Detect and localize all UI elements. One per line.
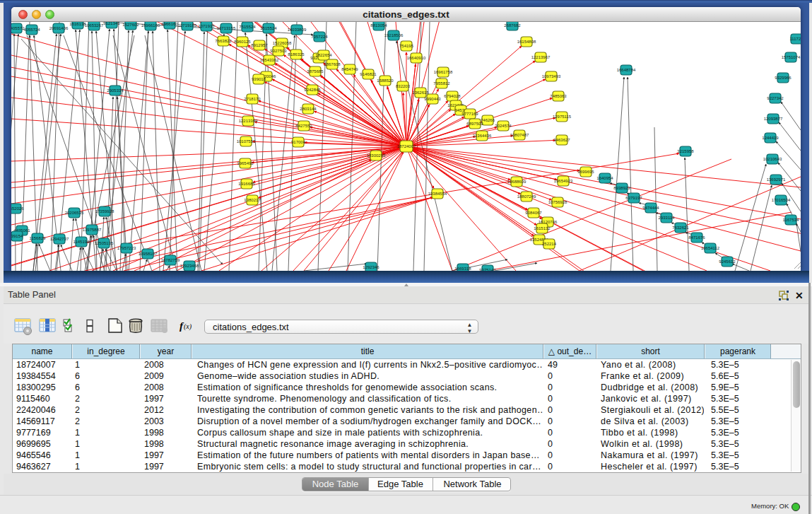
svg-text:19218506: 19218506	[384, 33, 404, 37]
svg-text:6794028: 6794028	[444, 94, 461, 98]
svg-text:7515524: 7515524	[239, 25, 256, 29]
svg-text:10210643: 10210643	[763, 157, 782, 161]
svg-text:19384554: 19384554	[428, 192, 447, 196]
svg-text:252214: 252214	[542, 242, 557, 246]
svg-text:39154: 39154	[11, 234, 23, 238]
svg-text:9463627: 9463627	[553, 138, 570, 142]
svg-text:2687682: 2687682	[504, 23, 521, 28]
svg-text:2803144: 2803144	[300, 107, 317, 111]
svg-text:1292346: 1292346	[363, 265, 379, 269]
svg-text:8938923: 8938923	[613, 186, 630, 190]
svg-text:9146821: 9146821	[360, 72, 377, 76]
svg-text:1515524: 1515524	[260, 26, 277, 30]
svg-text:9990443: 9990443	[424, 97, 441, 101]
svg-text:17016504: 17016504	[772, 198, 791, 202]
svg-text:12975115: 12975115	[553, 115, 572, 119]
svg-text:3024574: 3024574	[495, 124, 512, 128]
svg-text:12923468: 12923468	[180, 264, 199, 268]
svg-text:16966160: 16966160	[141, 23, 160, 28]
svg-text:6379197: 6379197	[625, 196, 642, 200]
svg-text:10973493: 10973493	[542, 74, 561, 78]
svg-text:939018: 939018	[252, 77, 266, 81]
svg-text:9084067: 9084067	[525, 211, 542, 215]
svg-text:4055724: 4055724	[23, 28, 40, 32]
svg-text:10688609: 10688609	[507, 180, 526, 184]
svg-text:20206535: 20206535	[65, 211, 84, 215]
svg-text:7663822: 7663822	[215, 39, 232, 43]
svg-text:12942737: 12942737	[50, 237, 69, 241]
svg-text:1362615: 1362615	[412, 90, 429, 95]
svg-text:1156829: 1156829	[30, 236, 47, 240]
svg-text:8960125: 8960125	[234, 40, 251, 44]
svg-text:12093877: 12093877	[764, 117, 783, 121]
svg-text:16640910: 16640910	[407, 56, 426, 60]
svg-text:19654923: 19654923	[554, 179, 573, 183]
svg-text:18300295: 18300295	[367, 153, 386, 158]
svg-text:8186325: 8186325	[288, 52, 305, 57]
svg-text:9227342: 9227342	[767, 96, 784, 100]
svg-text:7357224: 7357224	[311, 35, 328, 39]
svg-text:1380217: 1380217	[244, 198, 261, 202]
svg-text:16713155: 16713155	[217, 26, 236, 30]
svg-text:10654112: 10654112	[701, 246, 720, 250]
svg-text:12505135: 12505135	[95, 241, 114, 245]
svg-text:17359928: 17359928	[95, 209, 114, 214]
svg-text:9777169: 9777169	[461, 112, 478, 116]
svg-text:9329966: 9329966	[775, 76, 792, 80]
svg-text:13975887: 13975887	[83, 228, 102, 232]
svg-text:9699695: 9699695	[577, 170, 594, 174]
svg-text:111723: 111723	[789, 37, 801, 41]
svg-text:2718170: 2718170	[244, 97, 261, 101]
svg-text:3215958: 3215958	[677, 149, 694, 153]
svg-text:3875685: 3875685	[307, 69, 324, 74]
svg-text:6897503: 6897503	[466, 122, 483, 126]
svg-text:1145194: 1145194	[73, 240, 90, 244]
svg-text:8813054: 8813054	[370, 23, 387, 28]
svg-text:1965492: 1965492	[237, 161, 254, 165]
svg-text:8471676: 8471676	[688, 235, 705, 240]
svg-text:1167534: 1167534	[783, 218, 800, 222]
svg-text:1071915: 1071915	[198, 24, 215, 28]
svg-text:9245612: 9245612	[719, 259, 736, 264]
svg-text:15751074: 15751074	[782, 55, 801, 59]
svg-text:9327503: 9327503	[270, 49, 287, 53]
svg-text:18807249: 18807249	[517, 194, 536, 199]
svg-text:10719185: 10719185	[178, 23, 197, 28]
svg-text:16154808: 16154808	[517, 40, 536, 44]
svg-text:8912957: 8912957	[251, 43, 268, 47]
svg-text:12213389: 12213389	[239, 119, 258, 123]
svg-text:16543362: 16543362	[260, 58, 279, 62]
svg-text:1244419: 1244419	[762, 136, 779, 140]
svg-text:754195: 754195	[399, 44, 414, 48]
svg-text:10756928: 10756928	[548, 200, 567, 204]
svg-text:2867608: 2867608	[324, 62, 341, 66]
svg-text:13692971: 13692971	[767, 177, 786, 182]
svg-text:10653267: 10653267	[85, 23, 104, 28]
svg-text:9121341: 9121341	[103, 22, 120, 25]
svg-text:2905334: 2905334	[107, 88, 124, 93]
svg-text:1669318: 1669318	[454, 267, 471, 271]
svg-text:10807487: 10807487	[510, 133, 529, 137]
svg-text:917004: 917004	[291, 140, 306, 144]
svg-text:1527602: 1527602	[122, 23, 139, 27]
svg-text:16033809: 16033809	[288, 28, 307, 32]
svg-text:1916685: 1916685	[238, 182, 255, 186]
svg-text:832203: 832203	[396, 84, 411, 88]
svg-text:10958107: 10958107	[139, 252, 158, 256]
svg-text:8454749: 8454749	[341, 67, 358, 71]
svg-text:2933114: 2933114	[659, 216, 676, 220]
svg-text:12213967: 12213967	[531, 55, 551, 59]
svg-text:9242845: 9242845	[304, 88, 321, 92]
svg-text:2652026: 2652026	[11, 206, 24, 211]
svg-text:20691406: 20691406	[49, 26, 69, 30]
svg-text:7485063: 7485063	[550, 94, 567, 98]
svg-text:1822654: 1822654	[315, 53, 332, 57]
svg-text:16782759: 16782759	[161, 258, 180, 262]
svg-text:15226058: 15226058	[273, 41, 292, 45]
svg-text:7632621: 7632621	[672, 226, 689, 230]
svg-text:16961758: 16961758	[434, 70, 453, 74]
svg-text:(x): (x)	[184, 322, 192, 331]
svg-text:8427552: 8427552	[295, 124, 312, 128]
svg-text:6966160: 6966160	[161, 22, 178, 26]
svg-text:1615132: 1615132	[534, 226, 551, 230]
